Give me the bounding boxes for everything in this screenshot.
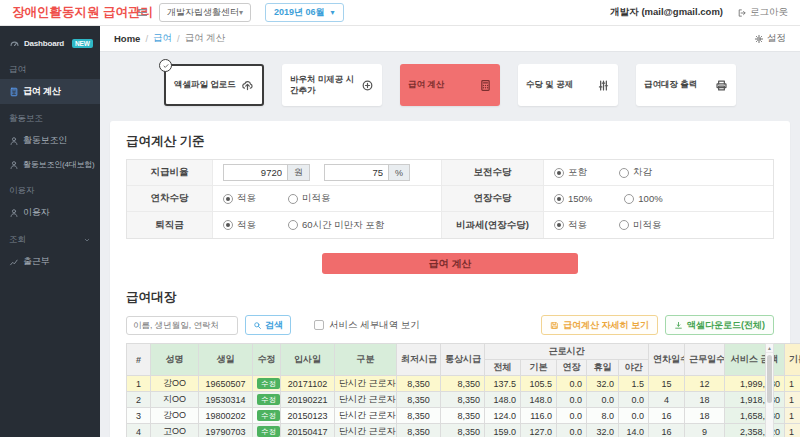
checkbox-icon[interactable] [314,320,324,330]
radio-option[interactable]: 적용 [554,219,587,232]
col-header-base-wage: 통상시급 [441,344,485,376]
cell-hours-total: 124.0 [485,408,521,424]
edit-button[interactable]: 수정 [257,378,280,389]
breadcrumb-home[interactable]: Home [114,33,140,44]
service-detail-label: 서비스 세부내역 보기 [329,319,420,332]
radio-icon[interactable] [554,168,564,178]
step-3-card[interactable]: 급여 계산 [400,64,500,106]
criteria-input[interactable] [324,164,388,181]
cell-name: 지OO [151,392,199,408]
sidebar-item-7[interactable]: 이용자 [0,200,100,225]
sidebar-section-label[interactable]: 조회 [0,225,100,249]
cell-hours-night: 1.5 [619,376,649,392]
scrollbar-thumb[interactable] [767,355,772,403]
breadcrumb-section[interactable]: 급여 [153,32,172,45]
sidebar-item-label: Dashboard [24,39,64,48]
radio-option[interactable]: 미적용 [619,219,662,232]
center-select[interactable]: 개발자립생활센터 ▾ [159,3,251,22]
col-header-hours-overtime: 연장 [557,360,587,376]
service-detail-checkbox[interactable]: 서비스 세부내역 보기 [314,319,420,332]
cell-hours-base: 116.0 [521,408,557,424]
breadcrumb-bar: Home / 급여 / 급여 계산 설정 [100,26,800,52]
col-header-birth: 생일 [199,344,253,376]
chart-icon [9,257,19,267]
month-button[interactable]: 2019년 06월 ▾ [265,3,344,22]
input-addon: 원 [287,164,310,181]
radio-icon[interactable] [624,194,634,204]
table-row[interactable]: 3강OO19800202수정20150123단시간 근로자8,3508,3501… [127,408,800,424]
radio-option[interactable]: 100% [624,193,662,204]
excel-download-button[interactable]: 액셀다운로드(전체) [665,315,774,335]
sidebar-item-4[interactable]: 활동보조인 [0,128,100,153]
table-scrollbar[interactable]: ▲ [765,343,774,437]
cell-birth: 19530314 [199,392,253,408]
radio-icon[interactable] [223,194,233,204]
app-header: 장애인활동지원 급여관리 개발자립생활센터 ▾ 2019년 06월 ▾ 개발자 … [0,0,800,26]
radio-option[interactable]: 차감 [619,166,652,179]
radio-icon[interactable] [619,168,629,178]
cell-type: 단시간 근로자 [335,408,397,424]
calc-icon [479,79,492,92]
table-row[interactable]: 1강OO19650507수정20171102단시간 근로자8,3508,3501… [127,376,800,392]
edit-button[interactable]: 수정 [257,426,280,437]
sidebar-item-label: 활동보조인 [23,134,67,147]
radio-icon[interactable] [223,220,233,230]
settings-button[interactable]: 설정 [754,32,786,45]
step-5-card[interactable]: 급여대장 출력 [636,64,736,106]
cell-base-wage: 8,350 [441,392,485,408]
radio-icon[interactable] [554,220,564,230]
radio-icon[interactable] [619,220,629,230]
cell-base-wage: 8,350 [441,424,485,437]
col-header-type: 구분 [335,344,397,376]
user-info: 개발자 (mail@gmail.com) [610,6,723,19]
table-row[interactable]: 2지OO19530314수정20190221단시간 근로자8,3508,3501… [127,392,800,408]
cell-service-amount: 1,658,880 [725,408,785,424]
cell-hours-night: 14.0 [619,424,649,437]
step-1-card[interactable]: 액셀파일 업로드 [164,64,264,106]
cell-base-pay: 1 [785,376,800,392]
col-header-hire-date: 입사일 [281,344,335,376]
check-circle-icon [159,59,172,72]
radio-option[interactable]: 적용 [223,192,256,205]
cell-base-pay: 1 [785,408,800,424]
col-header-annual-days: 연차일수 [649,344,685,376]
criteria-label: 퇴직금 [127,212,213,238]
cell-hours-total: 137.5 [485,376,521,392]
edit-button[interactable]: 수정 [257,394,280,405]
edit-button[interactable]: 수정 [257,410,280,421]
sidebar-item-9[interactable]: 출근부 [0,249,100,274]
radio-option[interactable]: 150% [554,193,592,204]
criteria-label: 지급비율 [127,160,213,186]
radio-icon[interactable] [288,220,298,230]
table-row[interactable]: 4고OO19790703수정20150417단시간 근로자8,3508,3501… [127,424,800,437]
search-button[interactable]: 검색 [245,315,291,335]
sidebar-item-5[interactable]: 활동보조인(4대보험) [0,153,100,176]
calculate-button[interactable]: 급여 계산 [322,253,578,274]
radio-icon[interactable] [288,194,298,204]
view-calc-detail-button[interactable]: 급여계산 자세히 보기 [541,315,658,335]
cell-work-days: 12 [685,376,725,392]
radio-option[interactable]: 적용 [223,219,256,232]
criteria-field: 원% [213,160,442,186]
cell-edit: 수정 [253,392,281,408]
hamburger-menu-icon[interactable] [136,6,149,19]
cell-hours-total: 148.0 [485,392,521,408]
cell-hire-date: 20150417 [281,424,335,437]
criteria-input[interactable] [223,164,287,181]
scrollbar-up-arrow[interactable]: ▲ [766,344,773,353]
radio-label: 적용 [237,192,256,205]
step-4-card[interactable]: 수당 및 공제 [518,64,618,106]
cell-work-days: 18 [685,408,725,424]
col-header-service-amount: 서비스 금액 [725,344,785,376]
cell-work-days: 18 [685,392,725,408]
radio-option[interactable]: 포함 [554,166,587,179]
sidebar-item-dashboard[interactable]: DashboardNEW [0,26,100,55]
sidebar-item-2[interactable]: 급여 계산 [0,79,100,104]
radio-option[interactable]: 60시간 미만자 포함 [288,219,384,232]
col-header-hours-night: 야간 [619,360,649,376]
logout-button[interactable]: 로그아웃 [737,6,788,19]
radio-icon[interactable] [554,194,564,204]
search-input[interactable] [126,316,238,335]
step-2-card[interactable]: 바우처 미제공 시 간추가 [282,64,382,106]
radio-option[interactable]: 미적용 [288,192,331,205]
